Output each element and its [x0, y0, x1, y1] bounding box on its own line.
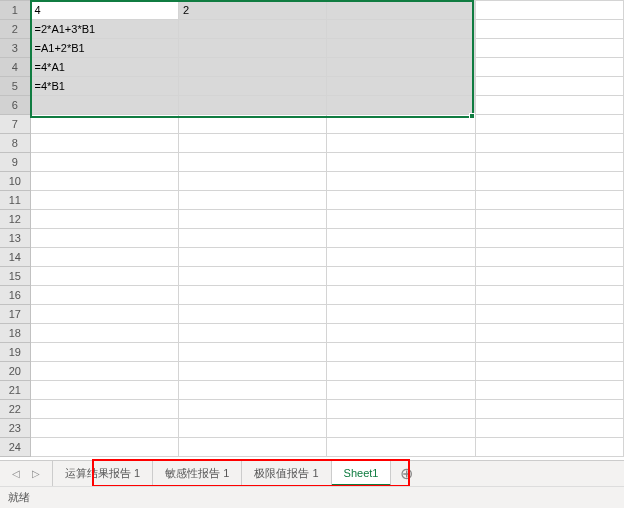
row-header[interactable]: 23	[0, 419, 30, 438]
sheet-tab[interactable]: Sheet1	[332, 461, 392, 486]
cell-B11[interactable]	[178, 191, 326, 210]
tab-scroll-next[interactable]: ▷	[28, 466, 44, 482]
cell-A17[interactable]	[30, 305, 178, 324]
cell-C12[interactable]	[327, 210, 475, 229]
cell-C8[interactable]	[327, 134, 475, 153]
cell-D8[interactable]	[475, 134, 623, 153]
cell-C21[interactable]	[327, 381, 475, 400]
row-header[interactable]: 16	[0, 286, 30, 305]
cell-D16[interactable]	[475, 286, 623, 305]
cell-D23[interactable]	[475, 419, 623, 438]
cell-C7[interactable]	[327, 115, 475, 134]
cell-B17[interactable]	[178, 305, 326, 324]
cell-C2[interactable]	[327, 20, 475, 39]
cell-D12[interactable]	[475, 210, 623, 229]
cell-C9[interactable]	[327, 153, 475, 172]
cell-C20[interactable]	[327, 362, 475, 381]
cell-D18[interactable]	[475, 324, 623, 343]
cell-A12[interactable]	[30, 210, 178, 229]
cell-A10[interactable]	[30, 172, 178, 191]
cell-D21[interactable]	[475, 381, 623, 400]
spreadsheet-grid[interactable]: 1422=2*A1+3*B13=A1+2*B14=4*A15=4*B167891…	[0, 0, 624, 460]
cell-A1[interactable]: 4	[30, 1, 178, 20]
cell-C18[interactable]	[327, 324, 475, 343]
cell-C4[interactable]	[327, 58, 475, 77]
tab-scroll-prev[interactable]: ◁	[8, 466, 24, 482]
cell-D19[interactable]	[475, 343, 623, 362]
cell-D10[interactable]	[475, 172, 623, 191]
cell-D22[interactable]	[475, 400, 623, 419]
cell-C23[interactable]	[327, 419, 475, 438]
cell-C17[interactable]	[327, 305, 475, 324]
cell-D7[interactable]	[475, 115, 623, 134]
cell-C1[interactable]	[327, 1, 475, 20]
sheet-tab[interactable]: 运算结果报告 1	[52, 461, 153, 486]
cell-B8[interactable]	[178, 134, 326, 153]
cell-C5[interactable]	[327, 77, 475, 96]
row-header[interactable]: 13	[0, 229, 30, 248]
cell-D24[interactable]	[475, 438, 623, 457]
row-header[interactable]: 22	[0, 400, 30, 419]
cell-A8[interactable]	[30, 134, 178, 153]
cell-B12[interactable]	[178, 210, 326, 229]
cell-B1[interactable]: 2	[178, 1, 326, 20]
cell-D1[interactable]	[475, 1, 623, 20]
cell-D14[interactable]	[475, 248, 623, 267]
cell-D5[interactable]	[475, 77, 623, 96]
cell-A9[interactable]	[30, 153, 178, 172]
cell-D17[interactable]	[475, 305, 623, 324]
cell-A2[interactable]: =2*A1+3*B1	[30, 20, 178, 39]
row-header[interactable]: 20	[0, 362, 30, 381]
row-header[interactable]: 10	[0, 172, 30, 191]
cell-D13[interactable]	[475, 229, 623, 248]
row-header[interactable]: 19	[0, 343, 30, 362]
cell-B3[interactable]	[178, 39, 326, 58]
row-header[interactable]: 12	[0, 210, 30, 229]
row-header[interactable]: 15	[0, 267, 30, 286]
row-header[interactable]: 18	[0, 324, 30, 343]
row-header[interactable]: 21	[0, 381, 30, 400]
cell-B20[interactable]	[178, 362, 326, 381]
cell-A20[interactable]	[30, 362, 178, 381]
cell-B22[interactable]	[178, 400, 326, 419]
cell-A6[interactable]	[30, 96, 178, 115]
cell-C22[interactable]	[327, 400, 475, 419]
cell-A23[interactable]	[30, 419, 178, 438]
cell-C10[interactable]	[327, 172, 475, 191]
row-header[interactable]: 9	[0, 153, 30, 172]
row-header[interactable]: 1	[0, 1, 30, 20]
row-header[interactable]: 2	[0, 20, 30, 39]
cell-C19[interactable]	[327, 343, 475, 362]
cell-B4[interactable]	[178, 58, 326, 77]
row-header[interactable]: 7	[0, 115, 30, 134]
cell-A15[interactable]	[30, 267, 178, 286]
cell-D9[interactable]	[475, 153, 623, 172]
cell-B7[interactable]	[178, 115, 326, 134]
cell-C11[interactable]	[327, 191, 475, 210]
cell-D15[interactable]	[475, 267, 623, 286]
cell-D3[interactable]	[475, 39, 623, 58]
cell-D20[interactable]	[475, 362, 623, 381]
row-header[interactable]: 11	[0, 191, 30, 210]
cell-B6[interactable]	[178, 96, 326, 115]
cell-A7[interactable]	[30, 115, 178, 134]
cell-A4[interactable]: =4*A1	[30, 58, 178, 77]
cell-C16[interactable]	[327, 286, 475, 305]
add-sheet-button[interactable]: ⊕	[391, 464, 421, 483]
cell-D2[interactable]	[475, 20, 623, 39]
row-header[interactable]: 8	[0, 134, 30, 153]
cell-C15[interactable]	[327, 267, 475, 286]
cell-A5[interactable]: =4*B1	[30, 77, 178, 96]
cell-B15[interactable]	[178, 267, 326, 286]
row-header[interactable]: 14	[0, 248, 30, 267]
row-header[interactable]: 4	[0, 58, 30, 77]
cell-A18[interactable]	[30, 324, 178, 343]
cell-B23[interactable]	[178, 419, 326, 438]
cell-A16[interactable]	[30, 286, 178, 305]
cell-B9[interactable]	[178, 153, 326, 172]
cell-B24[interactable]	[178, 438, 326, 457]
cell-B2[interactable]	[178, 20, 326, 39]
cell-B5[interactable]	[178, 77, 326, 96]
cell-D6[interactable]	[475, 96, 623, 115]
row-header[interactable]: 3	[0, 39, 30, 58]
